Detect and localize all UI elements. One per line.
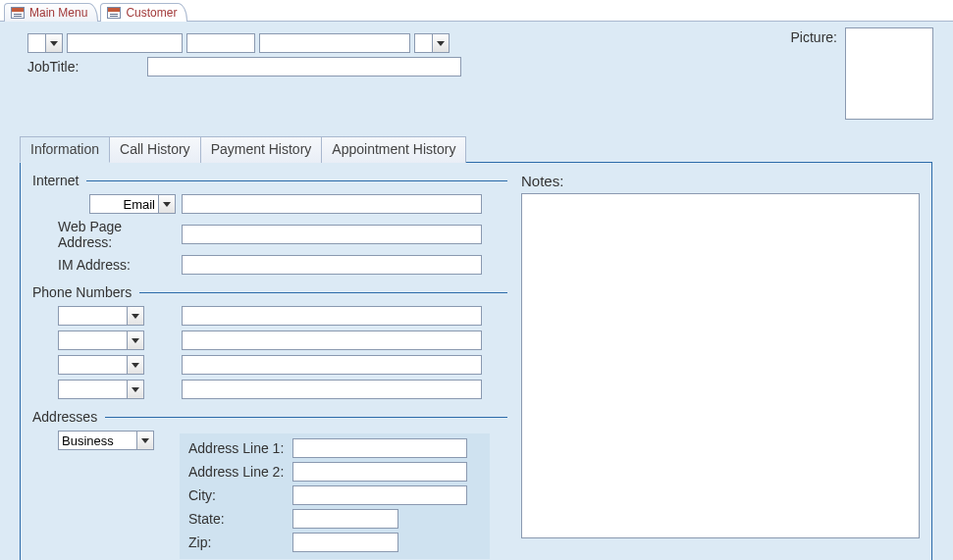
zip-input[interactable] — [292, 533, 398, 552]
doc-tab-label: Customer — [126, 6, 177, 20]
tab-payment-history[interactable]: Payment History — [200, 136, 323, 163]
last-name-input[interactable] — [259, 33, 410, 53]
form-icon — [11, 7, 25, 19]
internet-legend: Internet — [32, 173, 79, 188]
tab-label: Appointment History — [332, 141, 455, 157]
divider — [139, 292, 507, 293]
chevron-down-icon — [163, 202, 171, 207]
phone-type-input[interactable] — [58, 331, 127, 350]
email-type-input[interactable] — [89, 194, 158, 214]
form-icon — [107, 7, 121, 19]
city-input[interactable] — [292, 485, 467, 505]
notes-label: Notes: — [521, 173, 920, 189]
phone-type-input[interactable] — [58, 380, 127, 399]
jobtitle-input[interactable] — [147, 57, 461, 76]
line1-label: Address Line 1: — [188, 440, 287, 456]
tab-appointment-history[interactable]: Appointment History — [321, 136, 466, 163]
phone-type-combo[interactable] — [58, 355, 144, 375]
tab-label: Call History — [120, 141, 190, 157]
address-type-input[interactable] — [58, 431, 136, 450]
chevron-down-icon — [132, 363, 139, 368]
line2-label: Address Line 2: — [188, 464, 287, 480]
dropdown-button[interactable] — [136, 431, 154, 450]
phone-number-input[interactable] — [182, 355, 482, 375]
dropdown-button[interactable] — [158, 194, 176, 214]
im-input[interactable] — [182, 255, 482, 275]
chevron-down-icon — [141, 438, 149, 443]
middle-name-input[interactable] — [186, 33, 255, 53]
prefix-combo[interactable] — [27, 33, 63, 53]
picture-label: Picture: — [791, 27, 837, 45]
phone-number-input[interactable] — [182, 331, 482, 350]
name-block: JobTitle: — [27, 33, 461, 76]
address-group: Addresses Address Line 1: — [32, 409, 507, 559]
notes-textarea[interactable] — [521, 193, 920, 538]
phone-type-combo[interactable] — [58, 380, 144, 399]
state-input[interactable] — [292, 509, 398, 529]
phone-type-input[interactable] — [58, 355, 127, 375]
doc-tab-label: Main Menu — [29, 6, 87, 20]
tab-label: Payment History — [211, 141, 312, 157]
zip-label: Zip: — [188, 535, 287, 550]
right-column: Notes: — [521, 173, 920, 559]
chevron-down-icon — [50, 41, 58, 46]
suffix-input[interactable] — [414, 33, 432, 53]
tab-label: Information — [30, 141, 99, 157]
suffix-combo[interactable] — [414, 33, 450, 53]
dropdown-button[interactable] — [45, 33, 63, 53]
first-name-input[interactable] — [67, 33, 183, 53]
internet-group: Internet — [32, 173, 507, 275]
email-type-combo[interactable] — [89, 194, 176, 214]
address-line1-input[interactable] — [292, 438, 467, 458]
picture-box[interactable] — [845, 27, 933, 120]
prefix-input[interactable] — [27, 33, 45, 53]
phone-number-input[interactable] — [182, 380, 482, 399]
doc-tab-customer[interactable]: Customer — [100, 3, 187, 22]
state-label: State: — [188, 511, 287, 527]
web-label: Web Page Address: — [58, 219, 176, 250]
dropdown-button[interactable] — [127, 355, 144, 375]
dropdown-button[interactable] — [432, 33, 450, 53]
left-column: Internet — [32, 173, 507, 559]
tab-information[interactable]: Information — [20, 136, 110, 163]
phone-group: Phone Numbers — [32, 284, 507, 399]
dropdown-button[interactable] — [127, 306, 144, 326]
tab-call-history[interactable]: Call History — [109, 136, 201, 163]
information-page: Internet — [20, 162, 932, 560]
chevron-down-icon — [437, 41, 445, 46]
customer-form: JobTitle: Picture: Information Call Hist… — [0, 22, 953, 560]
phone-legend: Phone Numbers — [32, 284, 132, 300]
address-line2-input[interactable] — [292, 462, 467, 482]
address-legend: Addresses — [32, 409, 97, 425]
divider — [86, 180, 507, 181]
chevron-down-icon — [132, 338, 139, 343]
document-tabs: Main Menu Customer — [0, 0, 953, 22]
divider — [105, 417, 507, 418]
phone-type-combo[interactable] — [58, 331, 144, 350]
address-type-combo[interactable] — [58, 431, 154, 450]
im-label: IM Address: — [58, 257, 176, 273]
chevron-down-icon — [132, 314, 139, 319]
phone-type-combo[interactable] — [58, 306, 144, 326]
dropdown-button[interactable] — [127, 331, 144, 350]
web-input[interactable] — [182, 225, 482, 244]
detail-tabstrip: Information Call History Payment History… — [20, 135, 937, 560]
jobtitle-label: JobTitle: — [27, 59, 143, 75]
city-label: City: — [188, 487, 287, 503]
phone-number-input[interactable] — [182, 306, 482, 326]
email-input[interactable] — [182, 194, 482, 214]
picture-block: Picture: — [791, 27, 933, 120]
dropdown-button[interactable] — [127, 380, 144, 399]
doc-tab-main-menu[interactable]: Main Menu — [4, 3, 98, 22]
phone-type-input[interactable] — [58, 306, 127, 326]
address-panel: Address Line 1: Address Line 2: City: — [180, 433, 490, 559]
chevron-down-icon — [132, 387, 139, 392]
